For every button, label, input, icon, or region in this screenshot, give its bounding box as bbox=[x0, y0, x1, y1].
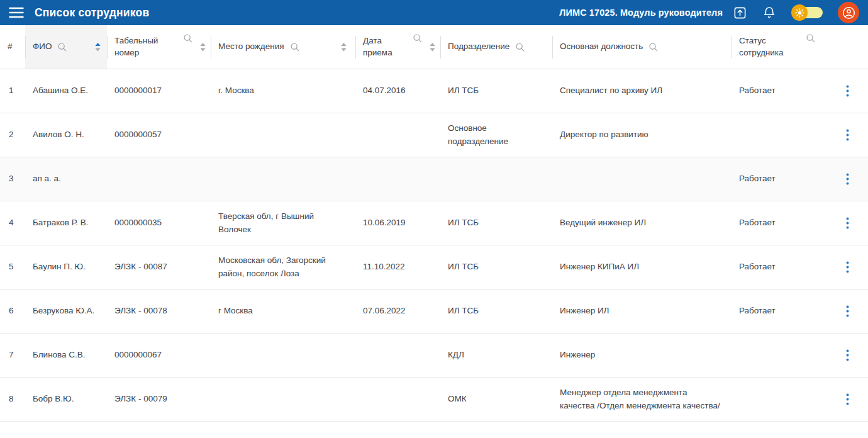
search-icon[interactable] bbox=[290, 42, 300, 52]
row-actions-button[interactable] bbox=[842, 213, 853, 233]
row-actions-button[interactable] bbox=[842, 301, 853, 321]
column-header-label: Место рождения bbox=[218, 41, 284, 53]
cell-actions bbox=[827, 245, 868, 289]
bell-icon bbox=[762, 6, 776, 20]
cell-hire: 10.06.2019 bbox=[355, 201, 440, 245]
cell-actions bbox=[827, 113, 868, 157]
cell-hire: 11.10.2022 bbox=[355, 245, 440, 289]
column-header-label: Дата приема bbox=[363, 35, 396, 59]
cell-dept bbox=[440, 157, 552, 201]
app-bar-right: ЛИМС 17025. Модуль руководителя bbox=[559, 2, 859, 23]
cell-tab: 0000000067 bbox=[107, 334, 211, 377]
column-header-fio[interactable]: ФИО bbox=[25, 25, 107, 69]
row-actions-button[interactable] bbox=[842, 125, 853, 145]
theme-toggle[interactable] bbox=[791, 4, 823, 21]
cell-hire bbox=[355, 113, 440, 157]
search-icon[interactable] bbox=[648, 42, 659, 52]
column-header-label: ФИО bbox=[33, 41, 52, 53]
cell-hire bbox=[355, 157, 440, 201]
search-icon[interactable] bbox=[413, 33, 423, 43]
cell-tab: 0000000017 bbox=[107, 69, 211, 113]
cell-actions bbox=[827, 378, 868, 421]
cell-hire bbox=[355, 334, 440, 377]
cell-hire: 04.07.2016 bbox=[355, 69, 440, 113]
column-header-birth[interactable]: Место рождения bbox=[211, 25, 355, 69]
vertical-ellipsis-icon bbox=[846, 85, 849, 97]
sort-control[interactable] bbox=[95, 43, 101, 52]
row-actions-button[interactable] bbox=[842, 169, 853, 189]
toggle-knob bbox=[791, 4, 808, 21]
column-header-tab[interactable]: Табельный номер bbox=[107, 25, 211, 69]
sort-control[interactable] bbox=[430, 43, 435, 52]
row-actions-button[interactable] bbox=[842, 390, 853, 409]
vertical-ellipsis-icon bbox=[846, 261, 849, 273]
cell-position: Инженер bbox=[552, 334, 732, 377]
table-row: 4Батраков Р. В.0000000035Тверская обл, г… bbox=[0, 201, 868, 245]
search-icon[interactable] bbox=[57, 42, 67, 52]
cell-num: 1 bbox=[0, 69, 25, 113]
cell-birth bbox=[211, 334, 355, 377]
column-header-hire[interactable]: Дата приема bbox=[355, 25, 440, 69]
menu-button[interactable] bbox=[9, 7, 24, 18]
cell-num: 3 bbox=[0, 157, 25, 201]
user-avatar-button[interactable] bbox=[838, 2, 859, 23]
vertical-ellipsis-icon bbox=[846, 305, 849, 317]
cell-dept: ИЛ ТСБ bbox=[440, 289, 552, 333]
app-bar: Список сотрудников ЛИМС 17025. Модуль ру… bbox=[0, 0, 868, 25]
column-header-label: Табельный номер bbox=[114, 35, 167, 59]
table-header-row: #ФИОТабельный номерМесто рожденияДата пр… bbox=[0, 25, 868, 69]
cell-tab bbox=[107, 157, 211, 201]
cell-position: Специалист по архиву ИЛ bbox=[552, 69, 732, 113]
cell-fio: Бобр В.Ю. bbox=[25, 378, 107, 421]
column-header-label: Основная должность bbox=[560, 41, 643, 53]
cell-status: Работает bbox=[732, 201, 827, 245]
cell-actions bbox=[827, 201, 868, 245]
search-icon[interactable] bbox=[515, 42, 525, 52]
cell-num: 8 bbox=[0, 378, 25, 421]
cell-position: Директор по развитию bbox=[552, 113, 732, 157]
cell-position: Менеджер отдела менеджмента качества /От… bbox=[552, 378, 732, 421]
cell-position bbox=[552, 157, 732, 201]
cell-position: Ведущий инженер ИЛ bbox=[552, 201, 732, 245]
row-actions-button[interactable] bbox=[842, 345, 853, 365]
cell-status bbox=[732, 334, 827, 377]
cell-birth: г Москва bbox=[211, 289, 355, 333]
cell-dept: Основное подразделение bbox=[440, 113, 552, 157]
search-icon[interactable] bbox=[183, 33, 193, 43]
table-row: 7Блинова С.В.0000000067КДЛИнженер bbox=[0, 334, 868, 378]
table-row: 1Абашина О.Е.0000000017г. Москва04.07.20… bbox=[0, 69, 868, 113]
cell-num: 2 bbox=[0, 113, 25, 157]
table-row: 2Авилов О. Н.0000000057Основное подразде… bbox=[0, 113, 868, 157]
sort-control[interactable] bbox=[200, 43, 206, 52]
sort-control[interactable] bbox=[341, 43, 347, 52]
person-circle-icon bbox=[842, 6, 856, 20]
search-icon[interactable] bbox=[806, 33, 816, 43]
cell-status: Работает bbox=[732, 69, 827, 113]
column-header-position[interactable]: Основная должность bbox=[552, 25, 732, 69]
vertical-ellipsis-icon bbox=[846, 393, 849, 405]
hamburger-icon bbox=[9, 7, 24, 18]
column-header-label: Статус сотрудника bbox=[739, 35, 783, 59]
notifications-button[interactable] bbox=[762, 6, 776, 20]
employee-table: #ФИОТабельный номерМесто рожденияДата пр… bbox=[0, 25, 868, 422]
cell-birth bbox=[211, 157, 355, 201]
cell-num: 7 bbox=[0, 334, 25, 377]
cell-birth bbox=[211, 378, 355, 421]
cell-tab: ЭЛЗК - 00078 bbox=[107, 289, 211, 333]
table-row: 5Баулин П. Ю.ЭЛЗК - 00087Московская обл,… bbox=[0, 245, 868, 289]
table-row: 8Бобр В.Ю.ЭЛЗК - 00079ОМКМенеджер отдела… bbox=[0, 378, 868, 422]
module-label: ЛИМС 17025. Модуль руководителя bbox=[559, 8, 723, 18]
row-actions-button[interactable] bbox=[842, 257, 853, 277]
column-header-label: Подразделение bbox=[448, 41, 509, 53]
cell-actions bbox=[827, 334, 868, 377]
export-button[interactable] bbox=[733, 6, 747, 20]
cell-dept: ИЛ ТСБ bbox=[440, 69, 552, 113]
cell-actions bbox=[827, 69, 868, 113]
row-actions-button[interactable] bbox=[842, 81, 853, 101]
cell-num: 6 bbox=[0, 289, 25, 333]
cell-birth bbox=[211, 113, 355, 157]
column-header-status[interactable]: Статус сотрудника bbox=[732, 25, 827, 69]
column-header-dept[interactable]: Подразделение bbox=[440, 25, 552, 69]
sun-icon bbox=[795, 8, 804, 18]
cell-birth: Московская обл, Загорский район, поселок… bbox=[211, 245, 355, 289]
